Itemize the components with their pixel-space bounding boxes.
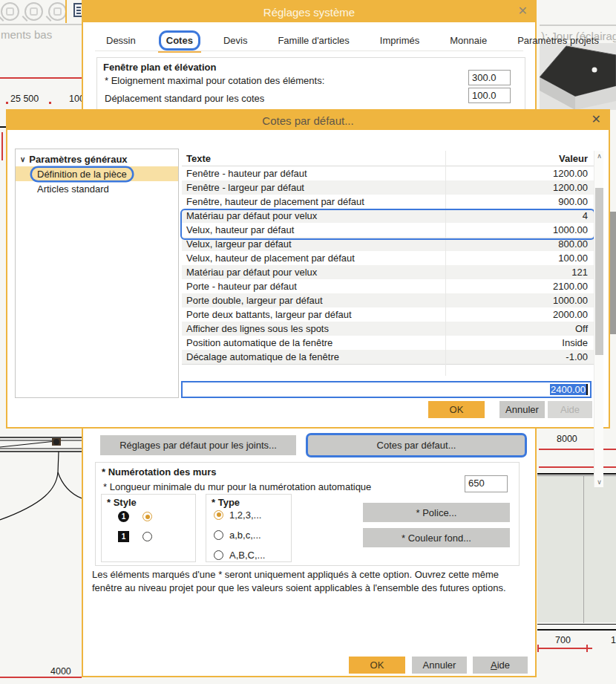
table-row[interactable]: Fenêtre - hauteur par défaut 1200.00 [182, 166, 594, 180]
toolbar-divider-right [540, 25, 616, 26]
table-row[interactable]: Afficher des lignes sous les spots Off [182, 322, 594, 336]
settings-close-icon[interactable]: ✕ [518, 4, 528, 18]
cotes-cancel-button[interactable]: Annuler [499, 401, 545, 418]
joints-defaults-button[interactable]: Réglages par défaut pour les joints... [100, 435, 296, 455]
settings-cancel-button[interactable]: Annuler [412, 657, 467, 674]
settings-tab[interactable]: Imprimés [375, 33, 425, 48]
table-row[interactable]: Porte double, largeur par défaut 1000.00 [182, 293, 594, 307]
type-option-label: a,b,c,... [229, 530, 261, 541]
column-header-texte[interactable]: Texte [182, 153, 456, 164]
settings-help-button[interactable]: Aide [473, 657, 528, 674]
deplacement-input[interactable]: 100.0 [468, 88, 511, 103]
scrollbar-thumb[interactable] [595, 188, 603, 355]
row-value: 800.00 [456, 238, 594, 250]
scrollbar-down-icon[interactable]: ∨ [594, 477, 604, 487]
tree-item[interactable]: Articles standard [16, 181, 178, 196]
eloignement-input[interactable]: 300.0 [468, 70, 511, 85]
table-empty-row[interactable] [182, 365, 594, 377]
row-value: 1200.00 [456, 182, 594, 193]
row-text: Matériau par défaut pour velux [182, 210, 456, 221]
zoom-window-icon[interactable] [48, 2, 67, 21]
scrollbar-up-icon[interactable]: ∧ [594, 151, 604, 161]
table-row[interactable]: Porte deux battants, largeur par défaut … [182, 307, 594, 322]
dimension-1: 1 [611, 635, 616, 645]
style-option-circle[interactable]: 1 [118, 511, 152, 522]
type-radio[interactable] [214, 510, 223, 520]
asterisk-note: Les éléments marqués d'une * seront uniq… [92, 568, 530, 595]
tree-children: Définition de la pièce Articles standard [16, 166, 178, 196]
table-row[interactable]: Velux, hauteur de placement par défaut 1… [182, 251, 594, 265]
cotes-dialog-title: Cotes par défaut... [262, 114, 353, 127]
couleur-fond-button[interactable]: * Couleur fond... [363, 528, 510, 547]
help-accelerator: A [491, 659, 497, 671]
background-toolbar [0, 0, 82, 25]
min-length-input[interactable]: 650 [465, 475, 508, 492]
settings-tab[interactable]: Famille d'articles [272, 33, 354, 48]
dimension-8000: 8000 [557, 434, 577, 444]
type-option[interactable]: A,B,C,... [214, 548, 291, 561]
cotes-close-icon[interactable]: ✕ [592, 113, 601, 126]
settings-dialog-title: Réglages système [263, 6, 355, 19]
cotes-defaults-button[interactable]: Cotes par défaut... [308, 435, 525, 455]
eloignement-label: * Eloignement maximal pour cotation des … [105, 75, 324, 86]
type-radio[interactable] [214, 530, 223, 540]
style-option-square[interactable]: 1 [118, 531, 152, 542]
row-text: Matériau par défaut pour velux [182, 267, 456, 278]
type-group: * Type 1,2,3,... a,b,c,... A, [206, 494, 292, 562]
style-circle-radio[interactable] [142, 512, 152, 521]
police-button[interactable]: * Police... [363, 503, 510, 522]
plan-red-line-bottom [0, 677, 82, 678]
table-row[interactable]: Matériau par défaut pour velux 4 [182, 209, 594, 223]
table-row[interactable]: Velux, hauteur par défaut 1000.00 [182, 223, 594, 237]
row-value: 2100.00 [456, 281, 594, 292]
viewport-3d [540, 43, 616, 110]
chevron-down-icon[interactable]: ∨ [20, 155, 25, 163]
cotes-titlebar[interactable]: Cotes par défaut... ✕ [7, 111, 609, 130]
table-row[interactable]: Velux, largeur par défaut 800.00 [182, 237, 594, 251]
row-value: -1.00 [456, 351, 594, 362]
settings-titlebar[interactable]: Réglages système ✕ [83, 1, 535, 22]
type-option[interactable]: a,b,c,... [214, 528, 291, 541]
table-row[interactable]: Matériau par défaut pour velux 121 [182, 265, 594, 279]
dim-tick-2 [49, 102, 51, 104]
table-row[interactable]: Fenêtre - largeur par défaut 1200.00 [182, 180, 594, 195]
elev-top-line [537, 473, 616, 475]
table-row[interactable]: Fenêtre, hauteur de placement par défaut… [182, 195, 594, 209]
table-header[interactable]: Texte Valeur [182, 151, 594, 166]
type-option[interactable]: 1,2,3,... [214, 508, 291, 521]
style-square-radio[interactable] [142, 532, 152, 541]
elevation-wall [537, 475, 616, 622]
settings-tree: ∨ Paramètres généraux Définition de la p… [15, 149, 179, 398]
settings-tab[interactable]: Cotes [161, 33, 198, 48]
column-header-valeur[interactable]: Valeur [456, 153, 594, 164]
row-text: Velux, largeur par défaut [182, 238, 456, 250]
row-value: 1000.00 [456, 224, 594, 235]
elev-red-line-2 [539, 466, 616, 468]
app-root: { "background": { "toolbar_icons": ["zoo… [0, 0, 616, 684]
row-value: 900.00 [456, 196, 594, 207]
row-value: 100.00 [456, 253, 594, 264]
tree-item[interactable]: Définition de la pièce [16, 166, 178, 181]
settings-tab[interactable]: Paramètres projets [512, 33, 604, 48]
tree-item-label: Définition de la pièce [32, 168, 132, 180]
settings-ok-button[interactable]: OK [349, 657, 405, 674]
table-scrollbar[interactable]: ∧ ∨ [594, 151, 603, 487]
table-row[interactable]: Décalage automatique de la fenêtre -1.00 [182, 350, 594, 364]
settings-tab[interactable]: Monnaie [445, 33, 492, 48]
dim-tick-700-left [537, 645, 539, 652]
text-caret [586, 384, 588, 395]
row-text: Velux, hauteur de placement par défaut [182, 253, 456, 264]
type-options: 1,2,3,... a,b,c,... A,B,C,... [206, 508, 291, 561]
cotes-help-button[interactable]: Aide [548, 401, 592, 418]
zoom-object-icon[interactable] [1, 2, 19, 21]
zoom-region-icon[interactable] [24, 2, 43, 21]
tree-root-parametres-generaux[interactable]: ∨ Paramètres généraux [16, 149, 178, 166]
table-row[interactable]: Porte - hauteur par défaut 2100.00 [182, 279, 594, 293]
table-row[interactable]: Position automatique de la fenêtre Insid… [182, 336, 594, 350]
selected-value: 2400.00 [550, 384, 586, 395]
settings-tab[interactable]: Devis [218, 33, 253, 48]
cotes-ok-button[interactable]: OK [428, 401, 485, 418]
type-radio[interactable] [214, 550, 223, 560]
value-edit-field[interactable]: 2400.00 [181, 381, 592, 398]
settings-tab[interactable]: Dessin [101, 33, 141, 48]
